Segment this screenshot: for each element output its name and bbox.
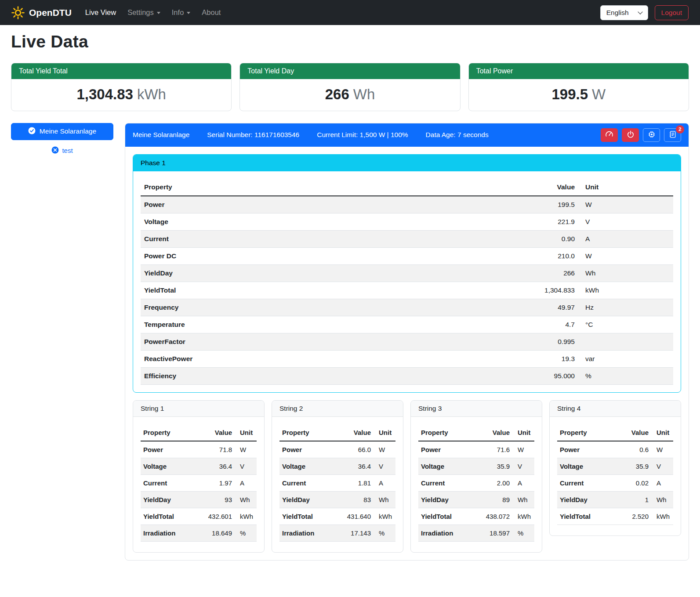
logout-button[interactable]: Logout	[655, 5, 689, 20]
event-log-button[interactable]: 2	[664, 128, 681, 142]
unit-cell	[578, 333, 673, 350]
unit-cell: A	[374, 474, 395, 491]
summary-card-total-power: Total Power 199.5W	[468, 63, 689, 111]
inverter-data-age: Data Age: 7 seconds	[426, 131, 489, 139]
summary-value: 199.5	[551, 86, 588, 102]
property-cell: YieldDay	[141, 264, 521, 282]
limit-settings-button[interactable]	[601, 128, 618, 142]
property-header: Property	[557, 424, 621, 441]
summary-unit: Wh	[353, 86, 375, 102]
property-cell: Power	[279, 441, 344, 458]
string-body: Property Value Unit Power71.8W Voltage36…	[133, 417, 264, 552]
unit-cell: A	[512, 474, 534, 491]
value-cell: 1.97	[205, 474, 235, 491]
chevron-down-icon	[638, 9, 642, 14]
unit-header: Unit	[651, 424, 673, 441]
property-cell: Voltage	[141, 213, 521, 230]
inverter-card-header: Meine Solaranlage Serial Number: 1161716…	[125, 123, 689, 147]
unit-cell: W	[512, 441, 534, 458]
hidden-inverter-toggle[interactable]: test	[11, 146, 113, 155]
summary-card-total-yield-day: Total Yield Day 266Wh	[239, 63, 460, 111]
table-header-row: Property Value Unit	[141, 424, 257, 441]
property-cell: Current	[279, 474, 344, 491]
value-header: Value	[521, 179, 578, 196]
table-row: Voltage35.9V	[418, 458, 534, 474]
string-table: Property Value Unit Power0.6W Voltage35.…	[557, 424, 673, 525]
value-cell: 0.02	[621, 474, 651, 491]
value-cell: 35.9	[621, 458, 651, 474]
unit-header: Unit	[512, 424, 534, 441]
property-cell: YieldDay	[279, 491, 344, 508]
property-cell: Frequency	[141, 299, 521, 316]
table-row: YieldDay266Wh	[141, 264, 673, 282]
phase-body: Property Value Unit Power199.5W Voltage2…	[133, 171, 681, 392]
string-table: Property Value Unit Power71.6W Voltage35…	[418, 424, 534, 542]
value-cell: 0.6	[621, 441, 651, 458]
table-header-row: Property Value Unit	[557, 424, 673, 441]
value-cell: 35.9	[482, 458, 512, 474]
unit-cell: W	[235, 441, 257, 458]
value-cell: 18.597	[482, 525, 512, 541]
device-info-button[interactable]	[643, 128, 660, 142]
string-title: String 4	[550, 401, 681, 417]
selected-inverter-label: Meine Solaranlage	[40, 127, 96, 135]
property-cell: Voltage	[141, 458, 205, 474]
unit-cell: var	[578, 350, 673, 367]
property-cell: YieldDay	[418, 491, 482, 508]
summary-card-title: Total Yield Day	[240, 63, 460, 79]
nav-info[interactable]: Info	[166, 5, 196, 20]
value-cell: 66.0	[344, 441, 374, 458]
value-cell: 17.143	[344, 525, 374, 541]
unit-cell: °C	[578, 316, 673, 333]
property-cell: YieldTotal	[141, 282, 521, 299]
string-title: String 3	[411, 401, 542, 417]
nav-settings[interactable]: Settings	[122, 5, 166, 20]
string-card-4: String 4 Property Value Unit	[549, 400, 681, 536]
table-row: Voltage221.9V	[141, 213, 673, 230]
unit-cell: %	[578, 367, 673, 384]
table-row: YieldDay93Wh	[141, 491, 257, 508]
unit-cell: V	[235, 458, 257, 474]
table-row: Efficiency95.000%	[141, 367, 673, 384]
property-cell: Power	[418, 441, 482, 458]
value-cell: 2.520	[621, 508, 651, 525]
table-row: Frequency49.97Hz	[141, 299, 673, 316]
language-select[interactable]: English	[600, 5, 648, 20]
value-cell: 95.000	[521, 367, 578, 384]
table-row: Voltage35.9V	[557, 458, 673, 474]
property-cell: PowerFactor	[141, 333, 521, 350]
power-toggle-button[interactable]	[622, 128, 639, 142]
summary-card-body: 266Wh	[240, 79, 460, 111]
unit-cell: V	[512, 458, 534, 474]
value-cell: 93	[205, 491, 235, 508]
brand[interactable]: OpenDTU	[11, 6, 72, 19]
power-icon	[627, 130, 635, 140]
unit-cell: kWh	[235, 508, 257, 525]
inverter-card: Meine Solaranlage Serial Number: 1161716…	[125, 123, 689, 561]
inverter-limit: Current Limit: 1,500 W | 100%	[317, 131, 408, 139]
property-cell: Power	[141, 196, 521, 213]
unit-header: Unit	[578, 179, 673, 196]
unit-cell: A	[578, 230, 673, 247]
table-row: Current0.90A	[141, 230, 673, 247]
brand-name: OpenDTU	[29, 7, 72, 18]
nav-live-view[interactable]: Live View	[80, 5, 122, 20]
unit-cell: V	[651, 458, 673, 474]
nav-info-label: Info	[172, 8, 184, 17]
nav-about[interactable]: About	[196, 5, 226, 20]
cpu-icon	[648, 130, 656, 140]
string-table: Property Value Unit Power66.0W Voltage36…	[279, 424, 395, 542]
summary-card-total-yield-total: Total Yield Total 1,304.83kWh	[11, 63, 232, 111]
property-cell: Voltage	[279, 458, 344, 474]
table-row: Power199.5W	[141, 196, 673, 213]
property-cell: YieldTotal	[557, 508, 621, 525]
unit-cell: W	[651, 441, 673, 458]
sun-icon	[11, 6, 25, 19]
table-row: Voltage36.4V	[279, 458, 395, 474]
inverter-select-button[interactable]: Meine Solaranlage	[11, 123, 113, 140]
table-header-row: Property Value Unit	[418, 424, 534, 441]
nav-about-label: About	[202, 8, 221, 17]
value-cell: 431.640	[344, 508, 374, 525]
strings-grid: String 1 Property Value Unit	[133, 400, 681, 553]
unit-cell: Wh	[374, 491, 395, 508]
